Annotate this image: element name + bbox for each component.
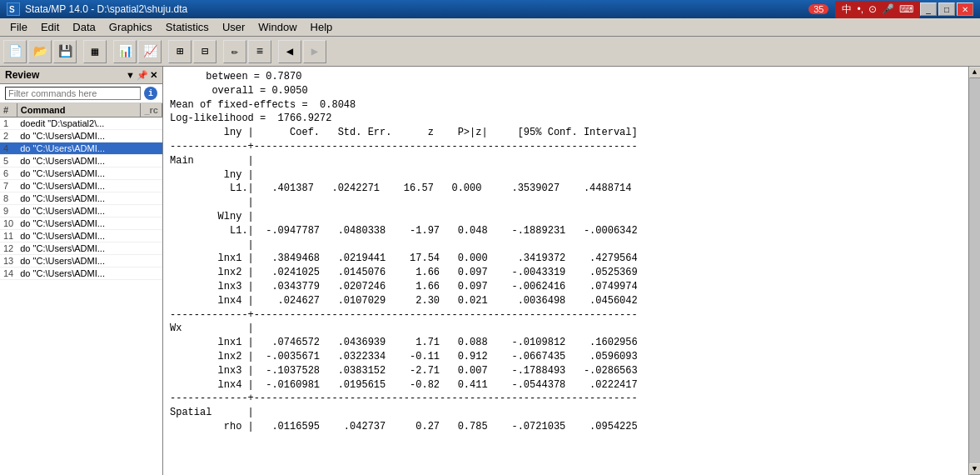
- settings-icon: ⊙: [868, 3, 877, 15]
- maximize-button[interactable]: □: [938, 2, 955, 16]
- back-button[interactable]: ◀: [278, 40, 301, 63]
- output-line: |: [170, 238, 962, 252]
- menu-help[interactable]: Help: [304, 19, 340, 35]
- output-line: lnx1 | .3849468 .0219441 17.54 0.000 .34…: [170, 252, 962, 266]
- row-cmd: do "C:\Users\ADMI...: [17, 268, 141, 280]
- scroll-up-arrow[interactable]: ▲: [969, 67, 981, 78]
- filter-icon[interactable]: ▼: [126, 70, 135, 81]
- output-line: Spatial |: [170, 406, 962, 420]
- row-cmd: do "C:\Users\ADMI...: [17, 230, 141, 242]
- row-rc: [141, 242, 162, 255]
- table-row[interactable]: 6 do "C:\Users\ADMI...: [0, 168, 162, 180]
- output-line: |: [170, 196, 962, 210]
- open-button[interactable]: 📂: [28, 40, 52, 63]
- col-rc-header: _rc: [141, 103, 162, 118]
- table-row[interactable]: 2 do "C:\Users\ADMI...: [0, 130, 162, 142]
- row-num: 4: [0, 142, 17, 155]
- data-editor-button[interactable]: ⊞: [168, 40, 192, 63]
- search-input[interactable]: [5, 87, 141, 100]
- pin-icon[interactable]: 📌: [137, 70, 148, 81]
- row-num: 11: [0, 230, 17, 242]
- viewer-button[interactable]: ▦: [83, 40, 107, 63]
- table-row[interactable]: 14 do "C:\Users\ADMI...: [0, 268, 162, 280]
- notification-badge: 35: [808, 4, 828, 14]
- do-editor-button[interactable]: ✏: [223, 40, 246, 63]
- row-num: 14: [0, 268, 17, 280]
- review-panel-header: Review ▼ 📌 ✕: [0, 67, 162, 84]
- save-button[interactable]: 💾: [53, 40, 77, 63]
- row-num: 9: [0, 205, 17, 218]
- row-num: 13: [0, 255, 17, 268]
- minimize-button[interactable]: _: [920, 2, 937, 16]
- menu-statistics[interactable]: Statistics: [159, 19, 216, 35]
- output-line: lnx4 | -.0160981 .0195615 -0.82 0.411 -.…: [170, 378, 962, 392]
- row-rc: [141, 180, 162, 192]
- row-num: 7: [0, 180, 17, 192]
- panel-close-icon[interactable]: ✕: [150, 70, 157, 81]
- menu-user[interactable]: User: [216, 19, 251, 35]
- row-cmd: do "C:\Users\ADMI...: [17, 205, 141, 218]
- output-line: Mean of fixed-effects = 0.8048: [170, 98, 962, 112]
- output-line: lny |: [170, 168, 962, 182]
- table-row[interactable]: 7 do "C:\Users\ADMI...: [0, 180, 162, 192]
- row-rc: [141, 230, 162, 242]
- app-icon: S: [7, 2, 20, 16]
- table-row[interactable]: 9 do "C:\Users\ADMI...: [0, 205, 162, 218]
- table-row[interactable]: 1 doedit "D:\spatial2\...: [0, 118, 162, 130]
- output-line: rho | .0116595 .042737 0.27 0.785 -.0721…: [170, 420, 962, 434]
- row-num: 8: [0, 192, 17, 205]
- row-cmd: do "C:\Users\ADMI...: [17, 192, 141, 205]
- menu-file[interactable]: File: [3, 19, 34, 35]
- output-line: Main |: [170, 154, 962, 168]
- var-manager-button[interactable]: ≡: [248, 40, 271, 63]
- table-row[interactable]: 11 do "C:\Users\ADMI...: [0, 230, 162, 242]
- table-row[interactable]: 8 do "C:\Users\ADMI...: [0, 192, 162, 205]
- output-line: L1.| -.0947787 .0480338 -1.97 0.048 -.18…: [170, 224, 962, 238]
- row-num: 5: [0, 155, 17, 168]
- right-scrollbar[interactable]: ▲ ▼: [968, 67, 980, 475]
- menu-graphics[interactable]: Graphics: [102, 19, 159, 35]
- menu-edit[interactable]: Edit: [34, 19, 66, 35]
- dots-icon: •,: [857, 3, 863, 15]
- row-rc: [141, 155, 162, 168]
- graph2-button[interactable]: 📈: [138, 40, 162, 63]
- output-line: Wx |: [170, 322, 962, 336]
- row-cmd: do "C:\Users\ADMI...: [17, 255, 141, 268]
- main-layout: Review ▼ 📌 ✕ i # Command: [0, 67, 980, 475]
- review-panel: Review ▼ 📌 ✕ i # Command: [0, 67, 163, 475]
- forward-button[interactable]: ▶: [303, 40, 326, 63]
- output-line: lnx2 | -.0035671 .0322334 -0.11 0.912 -.…: [170, 350, 962, 364]
- close-button[interactable]: ✕: [957, 2, 973, 16]
- table-row[interactable]: 12 do "C:\Users\ADMI...: [0, 242, 162, 255]
- new-button[interactable]: 📄: [3, 40, 27, 63]
- row-num: 1: [0, 118, 17, 130]
- row-cmd: do "C:\Users\ADMI...: [17, 130, 141, 142]
- row-cmd: do "C:\Users\ADMI...: [17, 142, 141, 155]
- graph-button[interactable]: 📊: [113, 40, 137, 63]
- data-browser-button[interactable]: ⊟: [193, 40, 216, 63]
- output-line: Log-likelihood = 1766.9272: [170, 112, 962, 126]
- menu-window[interactable]: Window: [251, 19, 303, 35]
- table-row[interactable]: 4 do "C:\Users\ADMI...: [0, 142, 162, 155]
- table-row[interactable]: 13 do "C:\Users\ADMI...: [0, 255, 162, 268]
- scroll-track[interactable]: [969, 78, 980, 463]
- scroll-down-arrow[interactable]: ▼: [969, 463, 981, 475]
- output-line: lnx2 | .0241025 .0145076 1.66 0.097 -.00…: [170, 266, 962, 280]
- top-right-icons: 中 •, ⊙ 🎤 ⌨: [835, 1, 920, 18]
- keyboard-icon: ⌨: [899, 3, 913, 15]
- table-row[interactable]: 10 do "C:\Users\ADMI...: [0, 218, 162, 230]
- output-line: L1.| .401387 .0242271 16.57 0.000 .35390…: [170, 182, 962, 196]
- menu-data[interactable]: Data: [66, 19, 102, 35]
- search-box: i: [0, 84, 162, 103]
- row-cmd: do "C:\Users\ADMI...: [17, 180, 141, 192]
- row-num: 12: [0, 242, 17, 255]
- mic-icon: 🎤: [882, 3, 894, 15]
- row-rc: [141, 118, 162, 130]
- col-cmd-header: Command: [17, 103, 141, 118]
- table-row[interactable]: 5 do "C:\Users\ADMI...: [0, 155, 162, 168]
- output-line: lnx1 | .0746572 .0436939 1.71 0.088 -.01…: [170, 336, 962, 350]
- title-bar: S Stata/MP 14.0 - D:\spatial2\shuju.dta …: [0, 0, 980, 18]
- stata-output: between = 0.7870 overall = 0.9050Mean of…: [170, 70, 962, 434]
- row-rc: [141, 205, 162, 218]
- command-table-scroll: # Command _rc 1 doedit "D:\spatial2\... …: [0, 103, 162, 475]
